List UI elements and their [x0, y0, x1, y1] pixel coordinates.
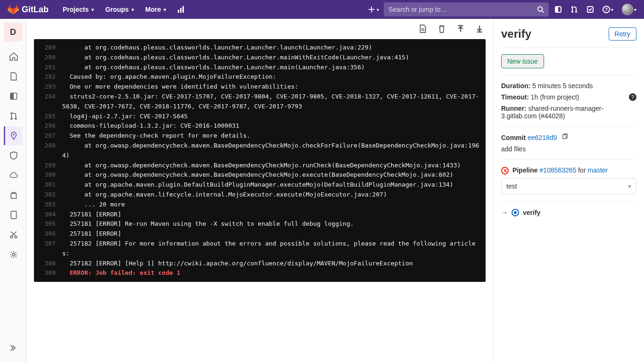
svg-rect-26 [563, 135, 566, 139]
sidebar-repository[interactable] [4, 67, 23, 86]
svg-point-24 [15, 236, 17, 238]
sidebar-snippets[interactable] [4, 225, 23, 244]
line-number[interactable]: 302 [34, 190, 62, 200]
line-number[interactable]: 298 [34, 141, 62, 161]
scroll-bottom-button[interactable] [475, 25, 484, 34]
line-number[interactable]: 299 [34, 161, 62, 171]
sidebar-operations[interactable] [4, 166, 23, 185]
search-input[interactable] [388, 6, 537, 13]
merge-request-icon [9, 112, 18, 120]
mr-shortcut[interactable] [570, 6, 578, 13]
doc-icon [9, 72, 18, 81]
doc-icon [419, 25, 427, 33]
pipeline-link[interactable]: #108563265 [539, 166, 576, 174]
log-line: 309 ERROR: Job failed: exit code 1 [34, 268, 486, 278]
plus-icon [368, 6, 375, 13]
line-text: at org.owasp.dependencycheck.maven.BaseD… [62, 170, 486, 180]
line-number[interactable]: 289 [34, 43, 62, 53]
timeout-row: Timeout: 1h (from project) ? [501, 93, 636, 101]
line-number[interactable]: 295 [34, 112, 62, 122]
sidebar-issues[interactable] [4, 87, 23, 106]
line-number[interactable]: 305 [34, 219, 62, 229]
scroll-top-button[interactable] [456, 25, 465, 34]
log-line: 303 ... 20 more [34, 200, 486, 210]
runner-row: Runner: shared-runners-manager-3.gitlab.… [501, 105, 636, 120]
svg-point-18 [10, 117, 13, 120]
avatar [622, 4, 633, 15]
line-number[interactable]: 297 [34, 131, 62, 141]
issues-shortcut[interactable] [554, 6, 562, 13]
project-avatar[interactable]: D [4, 23, 23, 41]
nav-projects[interactable]: Projects▾ [58, 3, 99, 16]
duration-value: 5 minutes 5 seconds [532, 82, 593, 90]
help-menu[interactable]: ?▾ [603, 6, 613, 13]
issues-icon [9, 92, 18, 100]
line-number[interactable]: 308 [34, 259, 62, 269]
build-log[interactable]: 289 at org.codehaus.plexus.classworlds.l… [34, 39, 486, 282]
nav-more[interactable]: More▾ [140, 3, 171, 16]
svg-point-5 [538, 7, 543, 11]
global-search[interactable] [384, 2, 549, 16]
user-menu[interactable]: ▾ [622, 4, 636, 15]
commit-row: Commit ee6218d9 [501, 133, 636, 141]
line-number[interactable]: 291 [34, 63, 62, 73]
todos-shortcut[interactable] [586, 6, 594, 13]
line-text: at org.codehaus.plexus.classworlds.launc… [62, 43, 486, 53]
line-text: 257181 [ERROR] [62, 210, 486, 220]
line-number[interactable]: 304 [34, 210, 62, 220]
nav-activity[interactable] [173, 3, 190, 16]
line-number[interactable]: 309 [34, 268, 62, 278]
line-text: 257181 [ERROR] Re-run Maven using the -X… [62, 219, 486, 229]
job-list-item[interactable]: → verify [501, 209, 636, 216]
line-number[interactable]: 307 [34, 239, 62, 259]
cloud-icon [9, 171, 18, 180]
sidebar-project-home[interactable] [4, 47, 23, 66]
line-text: log4j-api-2.7.jar: CVE-2017-5645 [62, 112, 486, 122]
line-number[interactable]: 296 [34, 121, 62, 131]
line-number[interactable]: 301 [34, 180, 62, 190]
nav-groups[interactable]: Groups▾ [100, 3, 139, 16]
line-text: 257182 [ERROR] [Help 1] http://cwiki.apa… [62, 259, 486, 269]
sidebar-security[interactable] [4, 146, 23, 165]
log-line: 291 at org.codehaus.plexus.classworlds.l… [34, 63, 486, 73]
job-sidebar: verify Retry New issue Duration: 5 minut… [493, 19, 644, 362]
new-menu[interactable]: ▾ [368, 6, 379, 13]
sidebar-settings[interactable] [4, 245, 23, 264]
stage-dropdown[interactable]: test ▾ [501, 178, 636, 194]
chevron-down-icon: ▾ [132, 7, 134, 12]
log-line: 290 at org.codehaus.plexus.classworlds.l… [34, 53, 486, 63]
todo-icon [586, 6, 594, 13]
line-number[interactable]: 292 [34, 72, 62, 82]
timeout-help-icon[interactable]: ? [629, 93, 636, 101]
svg-point-20 [13, 134, 14, 135]
erase-log-button[interactable] [438, 25, 446, 34]
sidebar-wiki[interactable] [4, 206, 23, 224]
timeout-value: 1h (from project) [531, 93, 579, 101]
gitlab-logo[interactable]: GitLab [8, 4, 49, 15]
show-raw-button[interactable] [419, 25, 427, 34]
line-number[interactable]: 294 [34, 92, 62, 112]
line-text: at org.codehaus.plexus.classworlds.launc… [62, 63, 486, 73]
copy-sha-button[interactable] [561, 134, 568, 141]
sidebar-packages[interactable] [4, 186, 23, 205]
retry-button[interactable]: Retry [609, 27, 636, 41]
pipeline-ref-link[interactable]: master [587, 166, 608, 174]
new-issue-button[interactable]: New issue [501, 54, 544, 68]
svg-point-17 [10, 112, 13, 115]
commit-sha-link[interactable]: ee6218d9 [528, 134, 557, 141]
job-name: verify [523, 209, 540, 216]
line-text: 257181 [ERROR] [62, 229, 486, 239]
line-number[interactable]: 290 [34, 53, 62, 63]
chevron-down-icon: ▾ [634, 7, 636, 12]
line-number[interactable]: 293 [34, 82, 62, 92]
sidebar-ci-cd[interactable] [4, 126, 23, 145]
svg-rect-2 [182, 6, 184, 13]
sidebar-merge-requests[interactable] [4, 107, 23, 125]
line-number[interactable]: 306 [34, 229, 62, 239]
log-line: 292 Caused by: org.apache.maven.plugin.M… [34, 72, 486, 82]
line-number[interactable]: 300 [34, 170, 62, 180]
line-text: Caused by: org.apache.maven.plugin.MojoF… [62, 72, 486, 82]
commit-label: Commit [501, 134, 526, 141]
sidebar-collapse[interactable] [4, 338, 23, 357]
line-number[interactable]: 303 [34, 200, 62, 210]
